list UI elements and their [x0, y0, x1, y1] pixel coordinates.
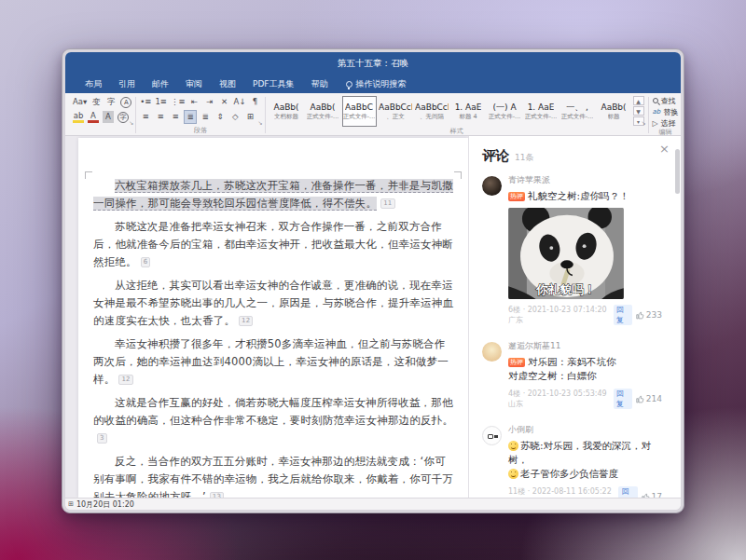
replace-icon: ab — [653, 108, 661, 116]
show-marks-icon[interactable]: ¶ — [250, 96, 261, 108]
status-icon: ⊞ — [68, 500, 74, 508]
paragraph-comment-badge[interactable]: 12 — [239, 316, 253, 326]
thumbs-up-icon — [642, 493, 650, 499]
thumbs-up-icon — [636, 395, 644, 403]
style-card[interactable]: AaBb( 文档标题 — [269, 96, 304, 127]
tab-help[interactable]: 帮助 — [303, 75, 337, 93]
paragraph: 这就是合作互赢的好处，倘若苏晓大幅度压榨幸运女神所得收益，那他的收益的确高，但这… — [93, 394, 454, 447]
phonetic-guide-icon[interactable]: 变 — [90, 96, 102, 108]
tab-view[interactable]: 视图 — [211, 75, 244, 93]
style-card[interactable]: AaBbCcD: 、无间隔 — [415, 96, 449, 127]
gallery-down-icon[interactable]: ▼ — [633, 106, 644, 116]
style-card[interactable]: (一) A 正式文件-... — [488, 96, 522, 127]
paragraph-comment-badge[interactable]: 13 — [210, 492, 224, 498]
comments-count: 11条 — [515, 152, 533, 164]
comment-image-panda-meme[interactable]: 你礼貌吗！ — [508, 208, 624, 299]
comment-meta: 11楼 · 2022-08-11 16:05:22 山东 — [508, 486, 615, 498]
character-shading-icon[interactable]: A — [103, 111, 114, 123]
style-card-selected[interactable]: AaBbC 正式文件-... — [342, 96, 377, 127]
numbering-icon[interactable]: 1≡ — [155, 96, 167, 108]
align-left-icon[interactable]: ≡ — [140, 111, 151, 123]
like-count: 233 — [646, 310, 662, 320]
font-color-icon[interactable]: A — [88, 111, 99, 123]
character-border-icon[interactable]: A — [120, 97, 131, 108]
style-card[interactable]: 一、 , 正式文件-... — [560, 96, 595, 127]
commenter-name[interactable]: 青诗苹果派 — [508, 174, 662, 186]
ribbon-tabs: 布局 引用 邮件 审阅 视图 PDF工具集 帮助 操作说明搜索 — [65, 75, 681, 93]
close-icon[interactable]: × — [659, 143, 670, 155]
like-count: 214 — [646, 394, 662, 403]
paragraph-comment-badge[interactable]: 12 — [118, 375, 132, 385]
reply-button[interactable]: 回复 — [618, 486, 637, 498]
paragraph-comment-badge[interactable]: 6 — [141, 257, 151, 267]
commenter-name[interactable]: 邂逅尔斯基11 — [508, 340, 662, 352]
change-case-icon[interactable]: Aa▾ — [73, 96, 87, 108]
comment-meta: 6楼 · 2021-10-23 07:14:20 广东 — [508, 305, 610, 325]
shading-icon[interactable]: ◇ — [229, 111, 241, 123]
comment-item: 小倒刷 苏晓:对乐园，我爱的深沉，对树， 老子管你多少负信誉度 11楼 · 20… — [482, 415, 668, 498]
paragraph-comment-badge[interactable]: 11 — [380, 198, 394, 209]
tab-review[interactable]: 审阅 — [177, 75, 211, 93]
paragraph-comment-badge[interactable]: 3 — [97, 433, 107, 444]
asian-layout-icon[interactable]: ✕ — [219, 96, 230, 108]
avatar[interactable] — [482, 426, 502, 445]
tab-layout[interactable]: 布局 — [76, 75, 110, 93]
line-spacing-icon[interactable]: ⇕ — [214, 111, 226, 123]
borders-icon[interactable]: ⊞ — [244, 111, 256, 123]
style-card[interactable]: 1. AaE 标题 4 — [451, 96, 486, 127]
reply-button[interactable]: 回复 — [614, 305, 632, 325]
tab-pdf-tools[interactable]: PDF工具集 — [244, 75, 303, 93]
like-button[interactable]: 214 — [636, 394, 662, 403]
document-title: 第五十五章：召唤 — [338, 58, 408, 70]
style-card[interactable]: AaBb( 正式文件-... — [306, 96, 340, 127]
comments-scrollbar[interactable] — [675, 149, 680, 485]
paragraph-dialog-launcher-icon[interactable]: ↘ — [258, 119, 263, 126]
comments-title: 评论 — [482, 147, 509, 165]
commenter-name[interactable]: 小倒刷 — [508, 424, 662, 436]
justify-icon[interactable]: ≣ — [185, 111, 196, 123]
style-card[interactable]: 1. AaE 正式文件-... — [524, 96, 559, 127]
status-date-time: 10月20日 01:20 — [76, 499, 134, 510]
search-icon — [653, 98, 658, 103]
avatar[interactable] — [482, 342, 502, 362]
bullets-icon[interactable]: •≡ — [140, 96, 151, 108]
reply-button[interactable]: 回复 — [614, 389, 632, 409]
document-page[interactable]: 六枚宝箱摆放茶几上，苏晓这次开宝箱，准备操作一番，并非是与凯撒一同操作，那可能会… — [78, 138, 468, 498]
align-center-icon[interactable]: ≡ — [155, 111, 166, 123]
gallery-up-icon[interactable]: ▲ — [633, 96, 644, 105]
scrollbar-thumb[interactable] — [675, 149, 680, 194]
tab-references[interactable]: 引用 — [110, 75, 144, 93]
style-card[interactable]: AaBb( 标题 — [597, 96, 631, 127]
select-arrow-icon: ▷ — [653, 119, 658, 128]
like-button[interactable]: 17 — [642, 492, 662, 498]
font-dialog-launcher-icon[interactable]: ↘ — [129, 119, 133, 126]
styles-dialog-launcher-icon[interactable]: ↘ — [642, 119, 646, 126]
replace-button[interactable]: ab 替换 — [653, 107, 679, 116]
font-group-label — [73, 126, 131, 135]
tab-mailings[interactable]: 邮件 — [144, 75, 177, 93]
editing-group: 查找 ab 替换 ▷ 选择 编辑 — [650, 95, 681, 135]
like-button[interactable]: 233 — [636, 310, 662, 320]
decrease-indent-icon[interactable]: ⇤ — [189, 96, 200, 108]
find-button[interactable]: 查找 — [653, 96, 679, 105]
text-highlight-icon[interactable]: ab — [73, 111, 84, 123]
multilevel-list-icon[interactable]: ⋮≡ — [171, 96, 186, 108]
comment-text: 苏晓:对乐园，我爱的深沉，对树， 老子管你多少负信誉度 — [508, 439, 662, 481]
distribute-icon[interactable]: ≣ — [200, 111, 211, 123]
group-separator — [135, 97, 136, 133]
word-window: 第五十五章：召唤 布局 引用 邮件 审阅 视图 PDF工具集 帮助 操作说明搜索… — [62, 48, 684, 513]
paragraph: 苏晓这次是准备把幸运女神召来，双方合作操作一番，之前双方合作后，他就准备今后的宝… — [93, 218, 454, 271]
text-boundary-mark — [85, 171, 92, 179]
paragraph-group: •≡ 1≡ ⋮≡ ⇤ ⇥ ✕ A↓ ¶ ≡ ≡ ≡ ≣ ≣ — [137, 95, 263, 135]
sort-icon[interactable]: A↓ — [234, 96, 246, 108]
character-scaling-icon[interactable]: 字 — [105, 96, 117, 108]
align-right-icon[interactable]: ≡ — [170, 111, 181, 123]
enclose-character-icon[interactable]: 字 — [117, 112, 129, 123]
paragraph: 幸运女神积攒了很多年，才积攒50多滴幸运神血，但之前与苏晓合作两次后，她的幸运神… — [93, 335, 454, 389]
select-button[interactable]: ▷ 选择 — [653, 118, 679, 128]
thumbs-up-icon — [636, 311, 644, 320]
style-card[interactable]: AaBbCcD: 、正文 — [379, 96, 413, 127]
increase-indent-icon[interactable]: ⇥ — [204, 96, 215, 108]
avatar[interactable] — [482, 176, 502, 196]
tell-me-search[interactable]: 操作说明搜索 — [346, 78, 407, 90]
